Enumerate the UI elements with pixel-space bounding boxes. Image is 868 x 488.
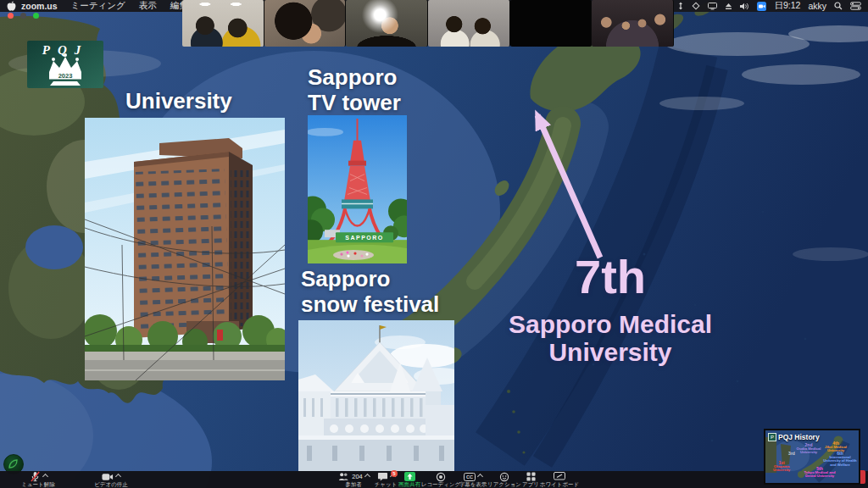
video-camera-icon: [102, 473, 114, 481]
whiteboard-button[interactable]: ホワイトボード: [529, 471, 590, 488]
snow-festival-photo: [298, 320, 454, 471]
participant-video-1[interactable]: [182, 0, 264, 47]
zoom-meeting-window: PQJ 2023 University Sapporo TV tower Sap…: [0, 0, 868, 488]
participant-video-4[interactable]: [428, 0, 510, 47]
university-photo: [85, 118, 285, 380]
svg-text:CC: CC: [466, 474, 473, 480]
university-label: University: [125, 88, 232, 114]
diamond-icon[interactable]: [692, 2, 700, 10]
tv-tower-photo: SAPPORO: [308, 115, 407, 263]
control-center-icon[interactable]: [850, 2, 861, 10]
fullscreen-window-button[interactable]: [33, 13, 39, 19]
display-icon[interactable]: [708, 3, 717, 10]
spotlight-search-icon[interactable]: [834, 2, 843, 10]
zoom-app-icon[interactable]: [757, 2, 766, 11]
menu-meeting[interactable]: ミーティング: [71, 0, 125, 12]
participant-video-2[interactable]: [264, 0, 347, 47]
menu-user-name[interactable]: akky: [808, 1, 826, 11]
participant-video-3[interactable]: [346, 0, 428, 47]
history-entry-3rd: 3rd: [785, 452, 798, 456]
captions-cc-icon: CC: [464, 473, 476, 481]
record-icon: [436, 472, 446, 482]
apple-menu-icon[interactable]: [7, 1, 16, 12]
participant-video-5[interactable]: [510, 0, 593, 47]
sapporo-sign-text: SAPPORO: [345, 235, 383, 241]
participant-count: 204: [352, 473, 363, 480]
menu-clock[interactable]: 日9:12: [774, 0, 800, 12]
participant-video-6[interactable]: [592, 0, 674, 47]
history-entry-6th: 6thInternational University of Health an…: [821, 452, 859, 467]
close-window-button[interactable]: [8, 13, 14, 19]
unmute-button[interactable]: ミュート解除: [14, 471, 62, 488]
history-entry-1st: 1stOkayama University: [767, 461, 796, 473]
whiteboard-icon: [554, 472, 565, 481]
stop-video-button[interactable]: ビデオの停止: [86, 471, 136, 488]
video-thumbnail-strip: [182, 0, 674, 47]
next-slide-preview[interactable]: P PQJ History 1stOkayama University 2ndO…: [764, 429, 860, 485]
snow-festival-label: Sapporo snow festival: [301, 266, 439, 317]
history-slide-title: PQJ History: [778, 433, 820, 441]
window-traffic-lights: [8, 13, 39, 19]
menu-view[interactable]: 表示: [139, 0, 157, 12]
menu-app-name[interactable]: zoom.us: [21, 1, 58, 11]
volume-icon[interactable]: [740, 3, 749, 10]
video-options-chevron-icon[interactable]: [115, 474, 121, 480]
minimize-window-button[interactable]: [20, 13, 26, 19]
logo-year: 2023: [58, 72, 73, 80]
history-mini-logo: P: [768, 433, 776, 441]
school-name-text: Sapporo Medical University: [487, 310, 733, 366]
tv-tower-label: Sapporo TV tower: [308, 64, 401, 115]
zoom-toolbar: ミュート解除 ビデオの停止 204: [0, 471, 868, 488]
pqj-logo: PQJ 2023: [27, 41, 103, 88]
pointer-arrow: [507, 92, 626, 269]
chat-bubble-icon: [377, 472, 388, 482]
history-entry-5th: 5thTokyo Medical and Dental University: [799, 467, 840, 479]
reactions-smiley-icon: [499, 472, 509, 482]
eject-icon[interactable]: [725, 3, 732, 10]
up-down-arrows-icon[interactable]: [677, 2, 684, 10]
mic-options-chevron-icon[interactable]: [42, 474, 47, 480]
participants-icon: [337, 472, 349, 481]
leaf-glyph-icon: [8, 458, 19, 469]
